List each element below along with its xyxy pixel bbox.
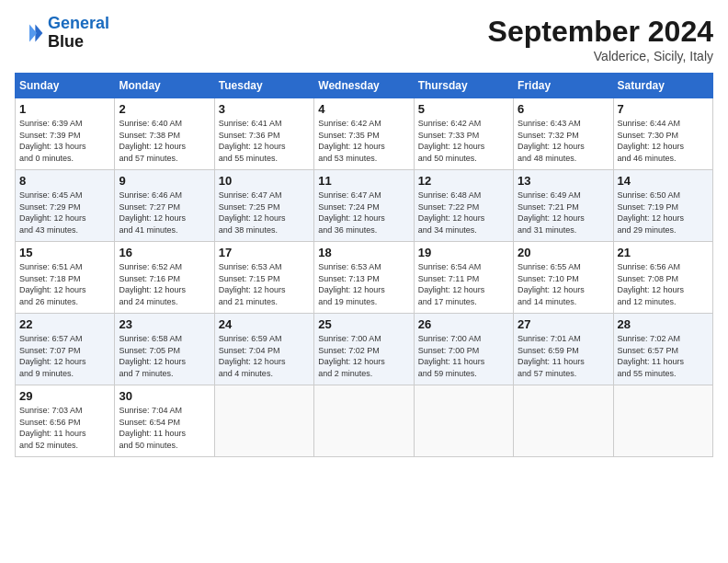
table-cell: 15Sunrise: 6:51 AMSunset: 7:18 PMDayligh…: [16, 242, 115, 314]
location: Valderice, Sicily, Italy: [488, 49, 713, 63]
page: General Blue September 2024 Valderice, S…: [0, 0, 728, 563]
day-number: 18: [318, 246, 409, 259]
day-detail: Sunrise: 6:53 AMSunset: 7:13 PMDaylight:…: [318, 262, 385, 306]
day-number: 24: [219, 317, 310, 331]
day-number: 30: [119, 389, 210, 403]
table-cell: 25Sunrise: 7:00 AMSunset: 7:02 PMDayligh…: [314, 314, 414, 385]
day-number: 16: [119, 246, 210, 259]
day-detail: Sunrise: 6:43 AMSunset: 7:32 PMDaylight:…: [518, 119, 585, 163]
day-detail: Sunrise: 6:48 AMSunset: 7:22 PMDaylight:…: [418, 190, 485, 235]
day-number: 6: [518, 102, 609, 116]
table-cell: 3Sunrise: 6:41 AMSunset: 7:36 PMDaylight…: [214, 98, 313, 170]
table-cell: [613, 385, 712, 457]
day-number: 17: [219, 246, 310, 259]
day-number: 22: [19, 317, 110, 331]
weekday-header-row: Sunday Monday Tuesday Wednesday Thursday…: [16, 74, 713, 98]
table-cell: 18Sunrise: 6:53 AMSunset: 7:13 PMDayligh…: [314, 242, 414, 314]
table-cell: 8Sunrise: 6:45 AMSunset: 7:29 PMDaylight…: [16, 170, 115, 242]
table-cell: 7Sunrise: 6:44 AMSunset: 7:30 PMDaylight…: [613, 98, 712, 170]
header-wednesday: Wednesday: [314, 74, 414, 98]
header: General Blue September 2024 Valderice, S…: [15, 15, 713, 63]
table-cell: 1Sunrise: 6:39 AMSunset: 7:39 PMDaylight…: [16, 98, 115, 170]
header-saturday: Saturday: [613, 74, 712, 98]
table-cell: 27Sunrise: 7:01 AMSunset: 6:59 PMDayligh…: [514, 314, 613, 385]
day-number: 14: [618, 174, 709, 188]
logo-text: General Blue: [48, 15, 109, 52]
table-cell: 20Sunrise: 6:55 AMSunset: 7:10 PMDayligh…: [514, 242, 613, 314]
calendar-body: 1Sunrise: 6:39 AMSunset: 7:39 PMDaylight…: [16, 98, 713, 457]
day-detail: Sunrise: 7:00 AMSunset: 7:02 PMDaylight:…: [318, 334, 385, 378]
day-number: 12: [418, 174, 509, 188]
day-detail: Sunrise: 6:54 AMSunset: 7:11 PMDaylight:…: [418, 262, 485, 306]
header-friday: Friday: [514, 74, 613, 98]
day-number: 3: [219, 102, 310, 116]
day-number: 21: [618, 246, 709, 259]
table-cell: 22Sunrise: 6:57 AMSunset: 7:07 PMDayligh…: [16, 314, 115, 385]
day-detail: Sunrise: 6:49 AMSunset: 7:21 PMDaylight:…: [518, 190, 585, 235]
table-cell: 23Sunrise: 6:58 AMSunset: 7:05 PMDayligh…: [115, 314, 214, 385]
day-number: 15: [19, 246, 110, 259]
title-block: September 2024 Valderice, Sicily, Italy: [488, 15, 713, 63]
day-number: 13: [518, 174, 609, 188]
day-detail: Sunrise: 6:56 AMSunset: 7:08 PMDaylight:…: [618, 262, 685, 306]
table-cell: 12Sunrise: 6:48 AMSunset: 7:22 PMDayligh…: [414, 170, 513, 242]
day-detail: Sunrise: 6:40 AMSunset: 7:38 PMDaylight:…: [119, 119, 186, 163]
day-detail: Sunrise: 6:42 AMSunset: 7:35 PMDaylight:…: [318, 119, 385, 163]
day-number: 28: [618, 317, 709, 331]
day-detail: Sunrise: 6:55 AMSunset: 7:10 PMDaylight:…: [518, 262, 585, 306]
table-cell: 21Sunrise: 6:56 AMSunset: 7:08 PMDayligh…: [613, 242, 712, 314]
table-cell: 29Sunrise: 7:03 AMSunset: 6:56 PMDayligh…: [16, 385, 115, 457]
table-cell: 9Sunrise: 6:46 AMSunset: 7:27 PMDaylight…: [115, 170, 214, 242]
day-number: 5: [418, 102, 509, 116]
day-detail: Sunrise: 6:58 AMSunset: 7:05 PMDaylight:…: [119, 334, 186, 378]
day-number: 10: [219, 174, 310, 188]
day-number: 27: [518, 317, 609, 331]
table-cell: 14Sunrise: 6:50 AMSunset: 7:19 PMDayligh…: [613, 170, 712, 242]
day-detail: Sunrise: 6:51 AMSunset: 7:18 PMDaylight:…: [19, 262, 86, 306]
calendar-row: 29Sunrise: 7:03 AMSunset: 6:56 PMDayligh…: [16, 385, 713, 457]
table-cell: 19Sunrise: 6:54 AMSunset: 7:11 PMDayligh…: [414, 242, 513, 314]
table-cell: [514, 385, 613, 457]
day-detail: Sunrise: 7:00 AMSunset: 7:00 PMDaylight:…: [418, 334, 485, 378]
table-cell: 30Sunrise: 7:04 AMSunset: 6:54 PMDayligh…: [115, 385, 214, 457]
day-number: 9: [119, 174, 210, 188]
day-detail: Sunrise: 6:41 AMSunset: 7:36 PMDaylight:…: [219, 119, 286, 163]
day-detail: Sunrise: 6:45 AMSunset: 7:29 PMDaylight:…: [19, 190, 86, 235]
day-number: 25: [318, 317, 409, 331]
day-detail: Sunrise: 6:59 AMSunset: 7:04 PMDaylight:…: [219, 334, 286, 378]
day-detail: Sunrise: 6:47 AMSunset: 7:24 PMDaylight:…: [318, 190, 385, 235]
day-detail: Sunrise: 6:47 AMSunset: 7:25 PMDaylight:…: [219, 190, 286, 235]
day-detail: Sunrise: 6:50 AMSunset: 7:19 PMDaylight:…: [618, 190, 685, 235]
table-cell: 6Sunrise: 6:43 AMSunset: 7:32 PMDaylight…: [514, 98, 613, 170]
day-number: 19: [418, 246, 509, 259]
day-detail: Sunrise: 6:52 AMSunset: 7:16 PMDaylight:…: [119, 262, 186, 306]
table-cell: [414, 385, 513, 457]
table-cell: 2Sunrise: 6:40 AMSunset: 7:38 PMDaylight…: [115, 98, 214, 170]
day-detail: Sunrise: 6:46 AMSunset: 7:27 PMDaylight:…: [119, 190, 186, 235]
month-title: September 2024: [488, 15, 713, 49]
calendar-table: Sunday Monday Tuesday Wednesday Thursday…: [15, 73, 713, 457]
day-detail: Sunrise: 6:39 AMSunset: 7:39 PMDaylight:…: [19, 119, 86, 163]
day-number: 2: [119, 102, 210, 116]
calendar-row: 8Sunrise: 6:45 AMSunset: 7:29 PMDaylight…: [16, 170, 713, 242]
day-number: 20: [518, 246, 609, 259]
calendar-row: 1Sunrise: 6:39 AMSunset: 7:39 PMDaylight…: [16, 98, 713, 170]
day-number: 7: [618, 102, 709, 116]
day-detail: Sunrise: 6:44 AMSunset: 7:30 PMDaylight:…: [618, 119, 685, 163]
table-cell: [214, 385, 313, 457]
header-sunday: Sunday: [16, 74, 115, 98]
table-cell: 26Sunrise: 7:00 AMSunset: 7:00 PMDayligh…: [414, 314, 513, 385]
header-tuesday: Tuesday: [214, 74, 313, 98]
day-number: 26: [418, 317, 509, 331]
logo-icon: [15, 18, 44, 48]
table-cell: 13Sunrise: 6:49 AMSunset: 7:21 PMDayligh…: [514, 170, 613, 242]
day-detail: Sunrise: 7:01 AMSunset: 6:59 PMDaylight:…: [518, 334, 585, 378]
day-number: 4: [318, 102, 409, 116]
day-detail: Sunrise: 6:42 AMSunset: 7:33 PMDaylight:…: [418, 119, 485, 163]
header-thursday: Thursday: [414, 74, 513, 98]
table-cell: [314, 385, 414, 457]
header-monday: Monday: [115, 74, 214, 98]
calendar-row: 22Sunrise: 6:57 AMSunset: 7:07 PMDayligh…: [16, 314, 713, 385]
table-cell: 11Sunrise: 6:47 AMSunset: 7:24 PMDayligh…: [314, 170, 414, 242]
day-detail: Sunrise: 7:02 AMSunset: 6:57 PMDaylight:…: [618, 334, 685, 378]
